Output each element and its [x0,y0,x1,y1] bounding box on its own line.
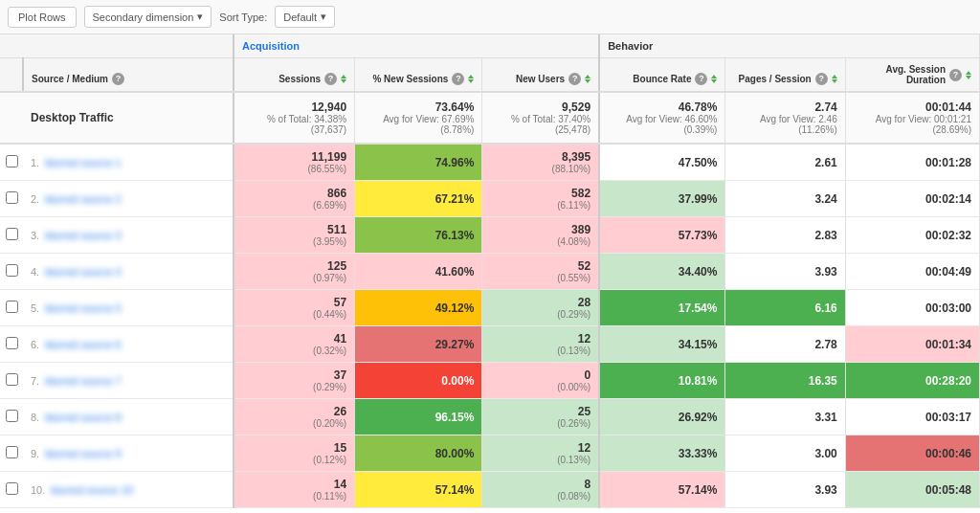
col-sessions[interactable]: Sessions ? [234,58,355,93]
source-link[interactable]: blurred source 9 [45,448,122,459]
row-new-users-cell: 582 (6.11%) [482,181,599,217]
row-new-sessions-cell: 67.21% [355,181,482,217]
row-new-sessions-value: 74.96% [435,156,475,169]
row-checkbox[interactable] [6,301,18,313]
pages-sort-icon[interactable] [832,75,837,83]
summary-bounce-cell: 46.78% Avg for View: 46.60% (0.39%) [599,92,725,144]
row-avg-value: 00:28:20 [925,374,971,388]
col-new-users-label: New Users [516,74,565,84]
source-link[interactable]: blurred source 8 [45,412,122,423]
bounce-sort-icon[interactable] [711,75,717,83]
source-info-icon[interactable]: ? [112,73,124,85]
row-checkbox-cell [0,399,23,435]
row-new-users-cell: 28 (0.29%) [482,290,599,326]
col-bounce-rate[interactable]: Bounce Rate ? [599,58,725,93]
checkbox-col-header [0,58,23,93]
row-bounce-cell: 57.14% [599,472,725,508]
col-new-users[interactable]: New Users ? [482,58,599,93]
table-row: 5.blurred source 557 (0.44%)49.12%28 (0.… [0,290,980,326]
new-sessions-sort-icon[interactable] [468,75,474,83]
row-new-users-value: 28 [578,296,590,309]
report-table-container: Acquisition Behavior Source / Medium ? S… [0,34,980,508]
row-new-sessions-value: 41.60% [435,265,475,279]
source-link[interactable]: blurred source 5 [45,302,122,314]
row-checkbox[interactable] [6,373,18,386]
row-sessions-pct: (0.29%) [313,382,346,392]
row-pages-value: 2.61 [814,156,836,169]
row-new-users-value: 25 [578,405,590,418]
row-avg-session-cell: 00:00:46 [845,435,979,472]
source-link[interactable]: blurred source 10 [51,484,133,496]
row-new-users-cell: 12 (0.13%) [482,326,599,363]
row-new-sessions-value: 29.27% [435,338,475,351]
row-sessions-value: 866 [327,187,346,200]
row-new-users-pct: (0.55%) [557,273,590,283]
row-number: 8. [31,412,39,423]
row-new-users-value: 52 [578,259,590,273]
sessions-sort-icon[interactable] [341,75,346,83]
row-sessions-cell: 41 (0.32%) [234,326,355,363]
row-checkbox[interactable] [6,446,18,458]
row-avg-session-cell: 00:03:00 [845,290,979,326]
source-link[interactable]: blurred source 7 [45,375,122,387]
sessions-info-icon[interactable]: ? [324,73,337,85]
row-pages-cell: 3.24 [725,181,845,217]
row-number: 7. [31,375,39,387]
avg-sort-icon[interactable] [966,71,971,79]
row-checkbox-cell [0,217,23,254]
row-avg-session-cell: 00:02:32 [845,217,979,254]
sort-type-select[interactable]: Default ▾ [275,6,335,28]
row-checkbox[interactable] [6,410,18,422]
plot-rows-button[interactable]: Plot Rows [8,7,77,28]
row-pages-value: 3.00 [814,447,836,460]
row-checkbox[interactable] [6,264,18,277]
source-link[interactable]: blurred source 6 [45,339,122,350]
pages-info-icon[interactable]: ? [815,73,828,85]
sort-up-icon-6 [966,71,971,75]
row-checkbox[interactable] [6,228,18,240]
secondary-dimension-select[interactable]: Secondary dimension ▾ [84,6,212,28]
row-new-users-cell: 12 (0.13%) [482,435,599,472]
row-avg-session-cell: 00:28:20 [845,363,979,399]
row-checkbox-cell [0,326,23,363]
row-sessions-pct: (0.12%) [313,455,346,465]
row-checkbox[interactable] [6,191,18,204]
avg-info-icon[interactable]: ? [949,69,962,81]
new-sessions-info-icon[interactable]: ? [452,73,464,85]
source-link[interactable]: blurred source 4 [45,266,122,278]
source-link[interactable]: blurred source 2 [45,193,122,205]
col-avg-session[interactable]: Avg. Session Duration ? [845,58,979,93]
row-new-users-value: 582 [571,187,590,200]
row-bounce-value: 34.15% [679,338,718,351]
row-pages-cell: 16.35 [725,363,845,399]
source-link[interactable]: blurred source 3 [45,230,122,241]
col-new-sessions[interactable]: % New Sessions ? [355,58,482,93]
row-avg-value: 00:04:49 [925,265,971,279]
row-avg-value: 00:00:46 [925,447,971,460]
col-new-sessions-label: % New Sessions [372,74,448,84]
row-new-sessions-cell: 80.00% [355,435,482,472]
row-number: 4. [31,266,39,278]
row-source-cell: 10.blurred source 10 [23,472,234,508]
chevron-down-icon-2: ▾ [321,11,326,23]
source-link[interactable]: blurred source 1 [45,157,122,168]
row-new-sessions-cell: 49.12% [355,290,482,326]
col-pages-session[interactable]: Pages / Session ? [725,58,845,93]
row-source-cell: 7.blurred source 7 [23,363,234,399]
chevron-down-icon: ▾ [197,11,203,23]
new-users-sort-icon[interactable] [585,75,590,83]
row-new-users-pct: (0.26%) [557,418,590,429]
summary-new-sessions-value: 73.64% [435,100,475,114]
row-bounce-cell: 47.50% [599,144,725,181]
row-pages-value: 2.78 [814,338,836,351]
row-checkbox[interactable] [6,337,18,349]
row-checkbox[interactable] [6,482,18,495]
row-new-users-cell: 389 (4.08%) [482,217,599,254]
row-checkbox[interactable] [6,155,18,167]
row-new-sessions-cell: 29.27% [355,326,482,363]
row-new-sessions-value: 80.00% [435,447,475,460]
row-new-users-pct: (0.08%) [557,491,590,502]
bounce-info-icon[interactable]: ? [695,73,707,85]
new-users-info-icon[interactable]: ? [568,73,581,85]
table-row: 3.blurred source 3511 (3.95%)76.13%389 (… [0,217,980,254]
